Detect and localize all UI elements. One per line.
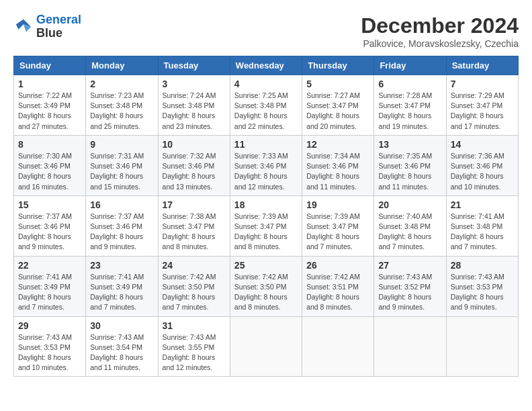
calendar-cell: 23Sunrise: 7:41 AMSunset: 3:49 PMDayligh… (86, 256, 158, 316)
calendar-cell: 9Sunrise: 7:31 AMSunset: 3:46 PMDaylight… (86, 135, 158, 195)
calendar-cell (374, 316, 446, 377)
calendar-cell: 14Sunrise: 7:36 AMSunset: 3:46 PMDayligh… (446, 135, 518, 195)
day-number: 8 (18, 139, 81, 150)
day-number: 15 (18, 199, 81, 210)
calendar-table: SundayMondayTuesdayWednesdayThursdayFrid… (13, 56, 519, 377)
calendar-week-row: 1Sunrise: 7:22 AMSunset: 3:49 PMDaylight… (14, 75, 519, 136)
calendar-cell: 30Sunrise: 7:43 AMSunset: 3:54 PMDayligh… (86, 316, 158, 377)
day-number: 26 (306, 260, 369, 271)
day-info: Sunrise: 7:42 AMSunset: 3:50 PMDaylight:… (163, 272, 226, 313)
calendar-week-row: 22Sunrise: 7:41 AMSunset: 3:49 PMDayligh… (14, 256, 519, 316)
day-info: Sunrise: 7:41 AMSunset: 3:48 PMDaylight:… (451, 212, 514, 253)
calendar-cell: 3Sunrise: 7:24 AMSunset: 3:48 PMDaylight… (158, 75, 230, 136)
day-info: Sunrise: 7:41 AMSunset: 3:49 PMDaylight:… (90, 272, 153, 313)
calendar-week-row: 8Sunrise: 7:30 AMSunset: 3:46 PMDaylight… (14, 135, 519, 195)
calendar-day-header: Monday (86, 56, 158, 75)
calendar-cell: 12Sunrise: 7:34 AMSunset: 3:46 PMDayligh… (302, 135, 374, 195)
day-info: Sunrise: 7:43 AMSunset: 3:53 PMDaylight:… (451, 272, 514, 313)
day-info: Sunrise: 7:43 AMSunset: 3:53 PMDaylight:… (18, 332, 81, 373)
calendar-cell: 20Sunrise: 7:40 AMSunset: 3:48 PMDayligh… (374, 195, 446, 256)
calendar-cell: 21Sunrise: 7:41 AMSunset: 3:48 PMDayligh… (446, 195, 518, 256)
day-number: 1 (18, 79, 81, 89)
calendar-cell: 1Sunrise: 7:22 AMSunset: 3:49 PMDaylight… (14, 75, 86, 136)
day-info: Sunrise: 7:23 AMSunset: 3:48 PMDaylight:… (90, 91, 153, 132)
calendar-cell (230, 316, 302, 377)
day-number: 27 (378, 260, 441, 271)
calendar-day-header: Tuesday (158, 56, 230, 75)
calendar-cell: 13Sunrise: 7:35 AMSunset: 3:46 PMDayligh… (374, 135, 446, 195)
page-header: GeneralBlue December 2024 Palkovice, Mor… (13, 13, 519, 49)
day-number: 29 (18, 320, 81, 331)
calendar-cell: 16Sunrise: 7:37 AMSunset: 3:46 PMDayligh… (86, 195, 158, 256)
day-number: 18 (234, 199, 298, 210)
calendar-cell: 8Sunrise: 7:30 AMSunset: 3:46 PMDaylight… (14, 135, 86, 195)
day-number: 11 (234, 139, 298, 150)
calendar-cell: 27Sunrise: 7:43 AMSunset: 3:52 PMDayligh… (374, 256, 446, 316)
day-number: 13 (378, 139, 441, 150)
day-info: Sunrise: 7:43 AMSunset: 3:54 PMDaylight:… (90, 332, 153, 373)
day-number: 17 (163, 199, 226, 210)
calendar-cell: 10Sunrise: 7:32 AMSunset: 3:46 PMDayligh… (158, 135, 230, 195)
day-number: 31 (163, 320, 226, 331)
calendar-day-header: Friday (374, 56, 446, 75)
calendar-week-row: 15Sunrise: 7:37 AMSunset: 3:46 PMDayligh… (14, 195, 519, 256)
calendar-cell: 24Sunrise: 7:42 AMSunset: 3:50 PMDayligh… (158, 256, 230, 316)
calendar-cell: 29Sunrise: 7:43 AMSunset: 3:53 PMDayligh… (14, 316, 86, 377)
day-number: 3 (163, 79, 226, 89)
day-number: 23 (90, 260, 153, 271)
day-info: Sunrise: 7:42 AMSunset: 3:51 PMDaylight:… (306, 272, 369, 313)
calendar-day-header: Sunday (14, 56, 86, 75)
day-info: Sunrise: 7:38 AMSunset: 3:47 PMDaylight:… (163, 212, 226, 253)
day-info: Sunrise: 7:22 AMSunset: 3:49 PMDaylight:… (18, 91, 81, 132)
calendar-cell: 31Sunrise: 7:43 AMSunset: 3:55 PMDayligh… (158, 316, 230, 377)
title-block: December 2024 Palkovice, Moravskoslezsky… (361, 13, 519, 49)
calendar-cell: 19Sunrise: 7:39 AMSunset: 3:47 PMDayligh… (302, 195, 374, 256)
day-info: Sunrise: 7:43 AMSunset: 3:55 PMDaylight:… (163, 332, 226, 373)
calendar-cell: 7Sunrise: 7:29 AMSunset: 3:47 PMDaylight… (446, 75, 518, 136)
calendar-cell: 25Sunrise: 7:42 AMSunset: 3:50 PMDayligh… (230, 256, 302, 316)
calendar-day-header: Wednesday (230, 56, 302, 75)
calendar-cell: 6Sunrise: 7:28 AMSunset: 3:47 PMDaylight… (374, 75, 446, 136)
day-number: 10 (163, 139, 226, 150)
calendar-cell (302, 316, 374, 377)
calendar-cell: 22Sunrise: 7:41 AMSunset: 3:49 PMDayligh… (14, 256, 86, 316)
day-info: Sunrise: 7:37 AMSunset: 3:46 PMDaylight:… (18, 212, 81, 253)
calendar-body: 1Sunrise: 7:22 AMSunset: 3:49 PMDaylight… (14, 75, 519, 377)
calendar-cell: 17Sunrise: 7:38 AMSunset: 3:47 PMDayligh… (158, 195, 230, 256)
calendar-day-header: Thursday (302, 56, 374, 75)
day-number: 16 (90, 199, 153, 210)
day-number: 22 (18, 260, 81, 271)
day-info: Sunrise: 7:36 AMSunset: 3:46 PMDaylight:… (451, 151, 514, 192)
day-info: Sunrise: 7:42 AMSunset: 3:50 PMDaylight:… (234, 272, 298, 313)
day-number: 7 (451, 79, 514, 89)
calendar-header-row: SundayMondayTuesdayWednesdayThursdayFrid… (14, 56, 519, 75)
day-info: Sunrise: 7:39 AMSunset: 3:47 PMDaylight:… (306, 212, 369, 253)
calendar-cell: 4Sunrise: 7:25 AMSunset: 3:48 PMDaylight… (230, 75, 302, 136)
logo-icon (13, 17, 34, 37)
day-info: Sunrise: 7:41 AMSunset: 3:49 PMDaylight:… (18, 272, 81, 313)
day-info: Sunrise: 7:24 AMSunset: 3:48 PMDaylight:… (163, 91, 226, 132)
day-number: 9 (90, 139, 153, 150)
day-number: 30 (90, 320, 153, 331)
day-number: 5 (306, 79, 369, 89)
day-number: 4 (234, 79, 298, 89)
logo: GeneralBlue (13, 13, 81, 40)
day-info: Sunrise: 7:35 AMSunset: 3:46 PMDaylight:… (378, 151, 441, 192)
day-info: Sunrise: 7:40 AMSunset: 3:48 PMDaylight:… (378, 212, 441, 253)
calendar-cell: 5Sunrise: 7:27 AMSunset: 3:47 PMDaylight… (302, 75, 374, 136)
day-info: Sunrise: 7:43 AMSunset: 3:52 PMDaylight:… (378, 272, 441, 313)
logo-text: GeneralBlue (36, 13, 81, 40)
day-number: 20 (378, 199, 441, 210)
day-number: 19 (306, 199, 369, 210)
calendar-cell: 11Sunrise: 7:33 AMSunset: 3:46 PMDayligh… (230, 135, 302, 195)
day-number: 6 (378, 79, 441, 89)
calendar-cell: 28Sunrise: 7:43 AMSunset: 3:53 PMDayligh… (446, 256, 518, 316)
day-number: 24 (163, 260, 226, 271)
day-number: 12 (306, 139, 369, 150)
day-info: Sunrise: 7:33 AMSunset: 3:46 PMDaylight:… (234, 151, 298, 192)
calendar-cell: 18Sunrise: 7:39 AMSunset: 3:47 PMDayligh… (230, 195, 302, 256)
month-year-title: December 2024 (361, 13, 519, 38)
day-number: 14 (451, 139, 514, 150)
day-info: Sunrise: 7:25 AMSunset: 3:48 PMDaylight:… (234, 91, 298, 132)
day-info: Sunrise: 7:28 AMSunset: 3:47 PMDaylight:… (378, 91, 441, 132)
